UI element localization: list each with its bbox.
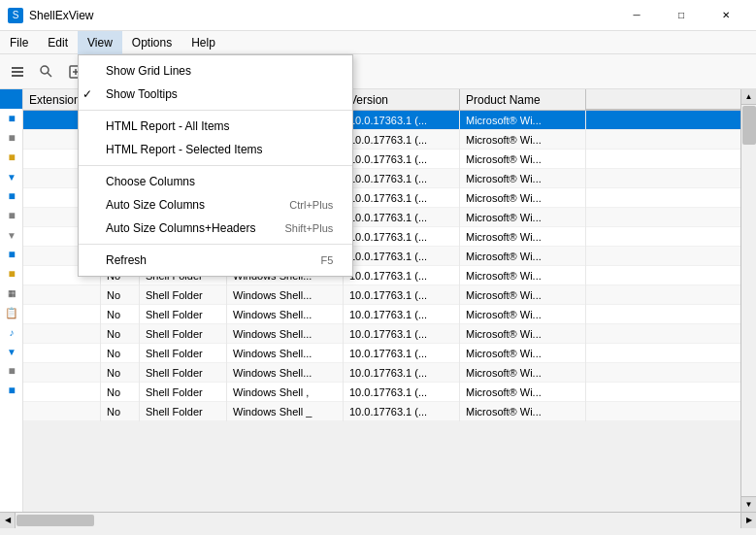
menu-html-selected[interactable]: HTML Report - Selected Items xyxy=(79,138,352,161)
separator-2 xyxy=(79,165,352,166)
cell-version-1: 10.0.17763.1 (... xyxy=(344,130,460,150)
menu-html-all[interactable]: HTML Report - All Items xyxy=(79,115,352,138)
menu-show-grid-lines[interactable]: Show Grid Lines xyxy=(79,59,352,83)
svg-rect-2 xyxy=(12,75,23,77)
refresh-shortcut: F5 xyxy=(320,254,333,266)
cell-version-9: 10.0.17763.1 (... xyxy=(344,285,460,305)
cell-version-10: 10.0.17763.1 (... xyxy=(344,305,460,324)
svg-line-4 xyxy=(48,73,51,77)
row-icon-0 xyxy=(0,89,23,109)
cell-desc-14: Windows Shell , xyxy=(227,383,344,402)
cell-ext-13 xyxy=(23,363,101,383)
cell-product-6: Microsoft® Wi... xyxy=(460,227,586,247)
cell-ext-11 xyxy=(23,324,101,344)
separator-1 xyxy=(79,110,352,111)
cell-product-12: Microsoft® Wi... xyxy=(460,344,586,363)
check-html-selected xyxy=(82,143,102,156)
cell-product-13: Microsoft® Wi... xyxy=(460,363,586,383)
cell-version-8: 10.0.17763.1 (... xyxy=(344,266,460,285)
cell-no-14: No xyxy=(101,383,140,402)
scroll-right-button[interactable]: ▶ xyxy=(740,513,756,528)
toolbar-btn-1[interactable] xyxy=(4,58,31,85)
cell-no-13: No xyxy=(101,363,140,383)
hscroll-track[interactable] xyxy=(16,513,740,528)
table-row[interactable]: No Shell Folder Windows Shell... 10.0.17… xyxy=(23,363,740,383)
cell-version-6: 10.0.17763.1 (... xyxy=(344,227,460,247)
cell-version-3: 10.0.17763.1 (... xyxy=(344,169,460,188)
minimize-button[interactable]: ─ xyxy=(614,0,659,31)
menu-file[interactable]: File xyxy=(0,31,38,54)
row-icon-13: ▼ xyxy=(0,342,23,361)
close-button[interactable]: ✕ xyxy=(704,0,748,31)
table-row[interactable]: No Shell Folder Windows Shell... 10.0.17… xyxy=(23,305,740,324)
cell-version-15: 10.0.17763.1 (... xyxy=(344,402,460,421)
scroll-left-button[interactable]: ◀ xyxy=(0,513,16,528)
horizontal-scrollbar[interactable]: ◀ ▶ xyxy=(0,512,756,527)
menu-view[interactable]: View xyxy=(78,31,122,54)
check-auto-size xyxy=(82,198,102,212)
scroll-thumb[interactable] xyxy=(742,106,756,145)
row-icon-7: ▼ xyxy=(0,225,23,245)
status-bar: 250 item(s), 1 Selected xyxy=(0,527,756,535)
auto-size-headers-shortcut: Shift+Plus xyxy=(284,222,333,234)
menu-edit[interactable]: Edit xyxy=(38,31,78,54)
check-html-all xyxy=(82,119,102,133)
cell-product-3: Microsoft® Wi... xyxy=(460,169,586,188)
col-header-version[interactable]: Version xyxy=(344,89,460,111)
vertical-scrollbar[interactable]: ▲ ▼ xyxy=(740,89,756,512)
row-icon-12: ♪ xyxy=(0,322,23,342)
cell-type-15: Shell Folder xyxy=(140,402,227,421)
menu-options[interactable]: Options xyxy=(122,31,181,54)
cell-type-11: Shell Folder xyxy=(140,324,227,344)
auto-size-label: Auto Size Columns xyxy=(106,198,205,212)
toolbar-btn-2[interactable] xyxy=(33,58,60,85)
icon-panel: ■ ■ ■ ▼ ■ ■ ▼ ■ ■ ▦ 📋 ♪ xyxy=(0,89,23,512)
html-selected-label: HTML Report - Selected Items xyxy=(106,143,263,156)
menu-show-tooltips[interactable]: ✓ Show Tooltips xyxy=(79,83,352,106)
menu-auto-size[interactable]: Auto Size Columns Ctrl+Plus xyxy=(79,193,352,217)
check-choose-cols xyxy=(82,175,102,188)
cell-product-5: Microsoft® Wi... xyxy=(460,208,586,227)
hscroll-thumb[interactable] xyxy=(16,515,94,526)
maximize-button[interactable]: □ xyxy=(659,0,704,31)
row-icon-11: 📋 xyxy=(0,303,23,322)
cell-product-8: Microsoft® Wi... xyxy=(460,266,586,285)
cell-version-0: 10.0.17363.1 (... xyxy=(344,111,460,130)
table-row[interactable]: No Shell Folder Windows Shell... 10.0.17… xyxy=(23,344,740,363)
svg-rect-0 xyxy=(12,67,23,69)
table-row[interactable]: No Shell Folder Windows Shell... 10.0.17… xyxy=(23,285,740,305)
cell-product-1: Microsoft® Wi... xyxy=(460,130,586,150)
cell-desc-15: Windows Shell _ xyxy=(227,402,344,421)
menu-auto-size-headers[interactable]: Auto Size Columns+Headers Shift+Plus xyxy=(79,217,352,240)
menu-help[interactable]: Help xyxy=(181,31,225,54)
row-icon-9: ■ xyxy=(0,264,23,284)
scroll-up-button[interactable]: ▲ xyxy=(741,89,757,105)
cell-product-15: Microsoft® Wi... xyxy=(460,402,586,421)
cell-product-4: Microsoft® Wi... xyxy=(460,188,586,208)
row-icon-3: ■ xyxy=(0,148,23,167)
window-title: ShellExView xyxy=(29,9,614,22)
check-refresh xyxy=(82,253,102,267)
menu-choose-cols[interactable]: Choose Columns xyxy=(79,170,352,193)
table-row[interactable]: No Shell Folder Windows Shell _ 10.0.177… xyxy=(23,402,740,421)
title-bar: S ShellExView ─ □ ✕ xyxy=(0,0,756,31)
scroll-down-button[interactable]: ▼ xyxy=(741,496,757,512)
col-header-product[interactable]: Product Name xyxy=(460,89,586,111)
row-icon-1: ■ xyxy=(0,109,23,128)
row-icon-4: ▼ xyxy=(0,167,23,186)
table-row[interactable]: No Shell Folder Windows Shell , 10.0.177… xyxy=(23,383,740,402)
scroll-track[interactable] xyxy=(741,105,757,496)
svg-point-3 xyxy=(41,66,49,74)
check-show-grid-lines xyxy=(82,64,102,78)
cell-desc-10: Windows Shell... xyxy=(227,305,344,324)
show-tooltips-label: Show Tooltips xyxy=(106,87,178,101)
cell-version-12: 10.0.17763.1 (... xyxy=(344,344,460,363)
menu-refresh[interactable]: Refresh F5 xyxy=(79,249,352,272)
cell-version-5: 10.0.17763.1 (... xyxy=(344,208,460,227)
separator-3 xyxy=(79,244,352,245)
cell-desc-13: Windows Shell... xyxy=(227,363,344,383)
table-row[interactable]: No Shell Folder Windows Shell... 10.0.17… xyxy=(23,324,740,344)
cell-type-14: Shell Folder xyxy=(140,383,227,402)
show-grid-lines-label: Show Grid Lines xyxy=(106,64,191,78)
cell-product-7: Microsoft® Wi... xyxy=(460,247,586,266)
